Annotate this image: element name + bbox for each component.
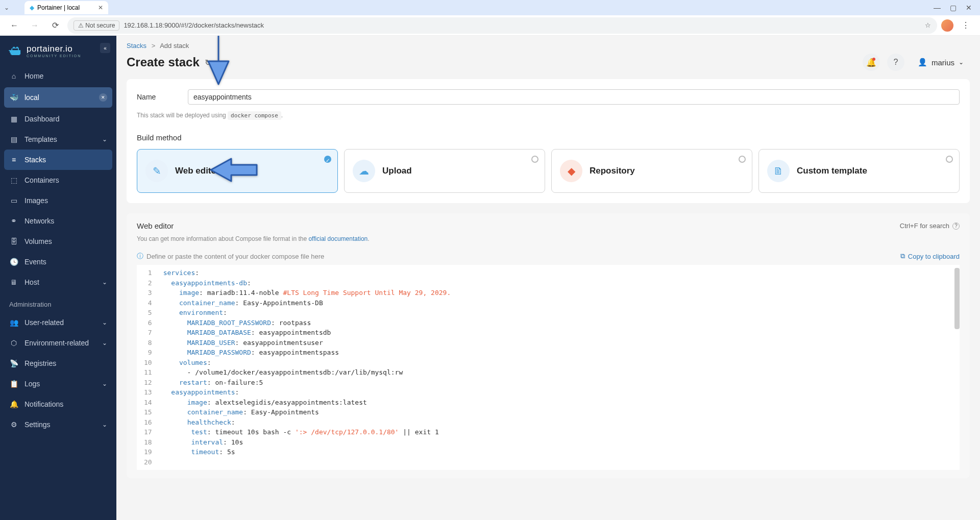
code-content[interactable]: services: easyappointments-db: image: ma…: [159, 265, 960, 470]
sidebar-item-label: Registries: [24, 359, 56, 367]
tab-dropdown-icon[interactable]: ⌄: [4, 4, 9, 11]
help-icon: ?: [952, 222, 960, 230]
sidebar-environment-local[interactable]: 🐳 local ✕: [4, 87, 112, 108]
sidebar-item-registries[interactable]: 📡Registries: [0, 353, 116, 374]
sidebar-item-images[interactable]: ▭Images: [0, 190, 116, 211]
chevron-down-icon: ⌄: [102, 339, 107, 346]
breadcrumb: Stacks > Add stack: [127, 42, 970, 49]
breadcrumb-current: Add stack: [160, 42, 189, 49]
sidebar-item-containers[interactable]: ⬚Containers: [0, 170, 116, 190]
radio-indicator: [946, 156, 953, 163]
help-button[interactable]: ?: [887, 54, 904, 71]
home-icon: ⌂: [9, 72, 18, 80]
chevron-down-icon: ⌄: [102, 136, 107, 143]
bookmark-star-icon[interactable]: ☆: [925, 21, 931, 29]
radio-indicator: [739, 156, 746, 163]
editor-title: Web editor: [137, 221, 174, 230]
close-env-icon[interactable]: ✕: [99, 93, 107, 102]
browser-tab[interactable]: ◆ Portainer | local ✕: [24, 1, 108, 14]
back-button[interactable]: ←: [6, 17, 22, 34]
templates-icon: ▤: [9, 135, 18, 143]
copy-icon: ⧉: [900, 252, 905, 260]
chevron-down-icon: ⌄: [959, 59, 964, 66]
stacks-icon: ≡: [9, 156, 18, 164]
logo-subtitle: COMMUNITY EDITION: [27, 54, 81, 58]
sidebar-item-dashboard[interactable]: ▦Dashboard: [0, 109, 116, 129]
sidebar-item-networks[interactable]: ⚭Networks: [0, 211, 116, 231]
browser-chrome: ⌄ ◆ Portainer | local ✕ — ▢ ✕: [0, 0, 980, 15]
sidebar-item-notifications[interactable]: 🔔Notifications: [0, 394, 116, 414]
edit-icon: ✎: [145, 160, 168, 182]
sidebar-item-user-related[interactable]: 👥User-related⌄: [0, 312, 116, 333]
build-method-repository[interactable]: ◆Repository: [551, 149, 752, 193]
window-close-icon[interactable]: ✕: [966, 4, 972, 12]
sidebar-item-host[interactable]: 🖥Host⌄: [0, 272, 116, 292]
sidebar-item-stacks[interactable]: ≡Stacks: [4, 150, 112, 170]
chevron-down-icon: ⌄: [102, 319, 107, 326]
images-icon: ▭: [9, 196, 18, 205]
events-icon: 🕓: [9, 258, 18, 266]
notifications-button[interactable]: 🔔: [863, 54, 880, 71]
not-secure-badge[interactable]: ⚠ Not secure: [74, 20, 119, 31]
window-maximize-icon[interactable]: ▢: [950, 4, 957, 12]
build-method-custom-template[interactable]: 🗎Custom template: [758, 149, 960, 193]
sidebar-item-environment-related[interactable]: ⬡Environment-related⌄: [0, 333, 116, 353]
sidebar-home[interactable]: ⌂ Home: [0, 66, 116, 86]
url-bar[interactable]: ⚠ Not secure 192.168.1.18:9000/#!/2/dock…: [67, 17, 937, 34]
method-label: Upload: [382, 166, 412, 176]
line-numbers: 1234567891011121314151617181920: [137, 265, 159, 470]
browser-toolbar: ← → ⟳ ⚠ Not secure 192.168.1.18:9000/#!/…: [0, 15, 980, 36]
method-label: Repository: [590, 166, 635, 176]
portainer-logo-icon: 🛳: [8, 43, 21, 59]
sidebar-item-label: Images: [24, 196, 48, 205]
sidebar-item-label: Logs: [24, 380, 40, 388]
browser-menu-icon[interactable]: ⋮: [958, 20, 974, 30]
sidebar-item-events[interactable]: 🕓Events: [0, 252, 116, 272]
close-tab-icon[interactable]: ✕: [98, 4, 103, 11]
sidebar: 🛳 portainer.io COMMUNITY EDITION « ⌂ Hom…: [0, 36, 116, 520]
method-label: Custom template: [797, 166, 867, 176]
sidebar-item-volumes[interactable]: 🗄Volumes: [0, 231, 116, 252]
code-editor[interactable]: 1234567891011121314151617181920 services…: [137, 265, 960, 470]
docker-icon: 🐳: [9, 93, 18, 102]
upload-icon: ☁: [353, 160, 375, 182]
sidebar-item-label: Dashboard: [24, 115, 60, 123]
env-icon: ⬡: [9, 339, 18, 347]
sidebar-item-logs[interactable]: 📋Logs⌄: [0, 374, 116, 394]
sidebar-item-label: Templates: [24, 135, 57, 143]
profile-avatar[interactable]: [941, 19, 953, 32]
name-label: Name: [137, 93, 188, 101]
template-icon: 🗎: [767, 160, 790, 182]
build-method-upload[interactable]: ☁Upload: [344, 149, 545, 193]
sidebar-item-label: Events: [24, 258, 46, 266]
editor-scrollbar[interactable]: [954, 268, 960, 329]
dashboard-icon: ▦: [9, 115, 18, 123]
logo-title: portainer.io: [27, 44, 81, 54]
main-content: Stacks > Add stack Create stack ↻ 🔔 ? 👤 …: [116, 36, 980, 520]
sidebar-item-label: Environment-related: [24, 339, 89, 347]
breadcrumb-root[interactable]: Stacks: [127, 42, 146, 49]
official-docs-link[interactable]: official documentation: [308, 235, 368, 242]
chevron-down-icon: ⌄: [102, 279, 107, 286]
reload-button[interactable]: ⟳: [47, 17, 63, 34]
sidebar-item-settings[interactable]: ⚙Settings⌄: [0, 414, 116, 435]
sidebar-collapse-button[interactable]: «: [100, 43, 110, 53]
chevron-down-icon: ⌄: [102, 421, 107, 428]
build-methods-group: ✎Web editor☁Upload◆Repository🗎Custom tem…: [137, 149, 960, 193]
forward-button[interactable]: →: [27, 17, 43, 34]
sidebar-item-templates[interactable]: ▤Templates⌄: [0, 129, 116, 150]
user-icon: 👤: [918, 58, 927, 67]
stack-name-input[interactable]: [188, 89, 960, 105]
user-menu[interactable]: 👤 marius ⌄: [912, 55, 970, 70]
sidebar-item-label: Containers: [24, 176, 59, 184]
settings-icon: ⚙: [9, 420, 18, 429]
sidebar-item-label: Networks: [24, 217, 54, 225]
page-title: Create stack: [127, 55, 200, 69]
networks-icon: ⚭: [9, 217, 18, 225]
sidebar-header: 🛳 portainer.io COMMUNITY EDITION «: [0, 36, 116, 66]
copy-to-clipboard-button[interactable]: ⧉ Copy to clipboard: [900, 252, 960, 260]
sidebar-item-label: Settings: [24, 420, 51, 429]
window-minimize-icon[interactable]: —: [934, 4, 941, 12]
web-editor-panel: Web editor Ctrl+F for search ? You can g…: [127, 213, 970, 478]
volumes-icon: 🗄: [9, 237, 18, 245]
